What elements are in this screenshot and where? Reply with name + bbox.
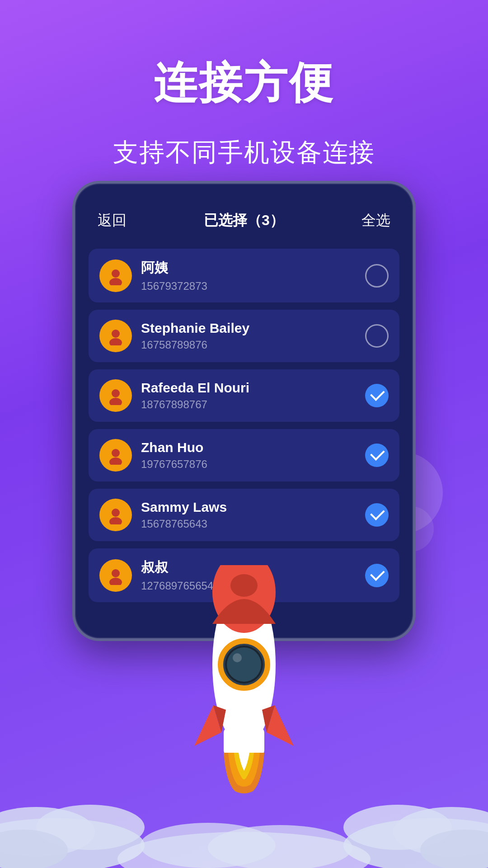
contact-name: Sammy Laws	[141, 500, 356, 515]
svg-point-6	[112, 449, 120, 457]
svg-point-19	[420, 830, 488, 868]
contact-item[interactable]: 阿姨15679372873	[89, 249, 399, 302]
contact-phone: 19767657876	[141, 458, 356, 471]
contact-phone: 15679372873	[141, 280, 356, 292]
svg-point-29	[233, 653, 242, 662]
contact-info: Rafeeda El Nouri18767898767	[141, 380, 356, 411]
svg-point-0	[112, 269, 120, 278]
svg-point-28	[227, 647, 261, 682]
contact-phone: 18767898767	[141, 398, 356, 411]
svg-point-7	[109, 458, 122, 465]
svg-point-13	[0, 807, 95, 857]
avatar	[99, 499, 132, 531]
contact-name: 阿姨	[141, 259, 356, 277]
contact-item[interactable]: Zhan Huo19767657876	[89, 429, 399, 481]
hero-subtitle: 支持不同手机设备连接	[0, 136, 488, 170]
svg-point-9	[109, 517, 122, 524]
svg-point-22	[208, 825, 352, 868]
select-all-button[interactable]: 全选	[361, 211, 390, 231]
contact-name: Rafeeda El Nouri	[141, 380, 356, 396]
checkbox-checked[interactable]	[365, 564, 389, 587]
nav-title: 已选择（3）	[204, 211, 284, 231]
avatar	[99, 259, 132, 292]
checkbox-checked[interactable]	[365, 443, 389, 467]
checkbox-unchecked[interactable]	[365, 264, 389, 288]
svg-point-25	[230, 574, 258, 597]
svg-point-14	[36, 805, 145, 850]
contact-info: Stephanie Bailey16758789876	[141, 321, 356, 351]
svg-point-2	[112, 330, 120, 338]
contact-item[interactable]: Rafeeda El Nouri18767898767	[89, 369, 399, 422]
avatar	[99, 379, 132, 412]
contact-name: Stephanie Bailey	[141, 321, 356, 336]
back-button[interactable]: 返回	[98, 211, 127, 231]
svg-point-4	[112, 389, 120, 397]
contact-info: Zhan Huo19767657876	[141, 440, 356, 471]
svg-point-20	[117, 832, 371, 868]
svg-point-15	[0, 830, 68, 868]
contact-name: Zhan Huo	[141, 440, 356, 455]
avatar	[99, 559, 132, 592]
svg-point-21	[140, 823, 276, 868]
contact-list: 阿姨15679372873 Stephanie Bailey1675878987…	[89, 249, 399, 602]
avatar	[99, 439, 132, 472]
svg-point-3	[109, 338, 122, 345]
checkbox-unchecked[interactable]	[365, 324, 389, 348]
contact-info: Sammy Laws15678765643	[141, 500, 356, 530]
svg-point-8	[112, 509, 120, 517]
svg-point-18	[343, 805, 452, 850]
checkbox-checked[interactable]	[365, 503, 389, 527]
svg-point-11	[109, 578, 122, 585]
contact-item[interactable]: Sammy Laws15678765643	[89, 489, 399, 541]
svg-point-17	[393, 807, 488, 857]
svg-point-1	[109, 278, 122, 285]
svg-point-10	[112, 569, 120, 577]
checkbox-checked[interactable]	[365, 384, 389, 407]
svg-point-5	[109, 398, 122, 405]
svg-rect-31	[224, 728, 264, 755]
contact-item[interactable]: Stephanie Bailey16758789876	[89, 310, 399, 362]
avatar	[99, 320, 132, 352]
top-nav-bar: 返回 已选择（3） 全选	[89, 211, 399, 249]
contact-phone: 15678765643	[141, 518, 356, 530]
contact-phone: 16758789876	[141, 339, 356, 351]
contact-info: 阿姨15679372873	[141, 259, 356, 292]
hero-title: 连接方便	[0, 0, 488, 113]
svg-point-16	[343, 818, 488, 868]
svg-point-12	[0, 818, 145, 868]
rocket-illustration	[185, 565, 303, 800]
